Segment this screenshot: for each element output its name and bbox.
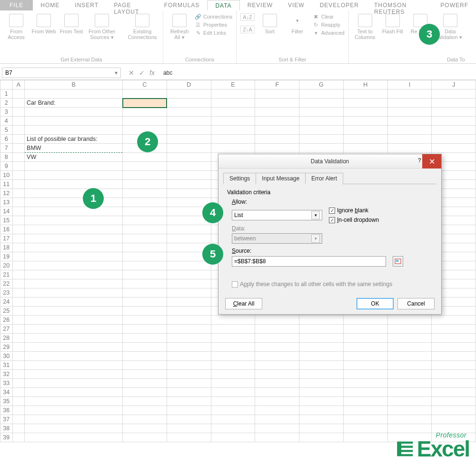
cell-D27[interactable] bbox=[167, 325, 211, 334]
tab-view[interactable]: VIEW bbox=[280, 0, 312, 10]
cell-F4[interactable] bbox=[255, 117, 299, 126]
cell-A17[interactable] bbox=[12, 234, 24, 243]
cell-A30[interactable] bbox=[12, 352, 24, 361]
cell-B26[interactable] bbox=[25, 316, 123, 325]
cell-G3[interactable] bbox=[299, 108, 344, 117]
row-39[interactable]: 39 bbox=[0, 433, 13, 442]
row-6[interactable]: 6 bbox=[0, 135, 13, 144]
cell-A21[interactable] bbox=[12, 270, 24, 279]
cell-D1[interactable] bbox=[167, 89, 211, 99]
cell-B1[interactable] bbox=[25, 89, 123, 99]
cell-B30[interactable] bbox=[25, 352, 123, 361]
row-22[interactable]: 22 bbox=[0, 279, 13, 288]
row-17[interactable]: 17 bbox=[0, 234, 13, 243]
cell-H36[interactable] bbox=[343, 406, 387, 415]
cell-I5[interactable] bbox=[387, 126, 432, 135]
cell-F31[interactable] bbox=[255, 361, 299, 370]
fx-icon[interactable]: fx bbox=[149, 69, 155, 77]
cell-I1[interactable] bbox=[387, 89, 432, 99]
cell-B20[interactable] bbox=[25, 261, 123, 270]
cell-J2[interactable] bbox=[432, 99, 476, 108]
cell-C34[interactable] bbox=[123, 388, 167, 397]
cell-A19[interactable] bbox=[12, 252, 24, 261]
cell-I28[interactable] bbox=[387, 334, 432, 343]
sort-asc-button[interactable]: A↓Z bbox=[240, 13, 255, 21]
cell-E38[interactable] bbox=[211, 424, 255, 433]
col-C[interactable]: C bbox=[123, 80, 167, 89]
cell-F7[interactable] bbox=[255, 144, 299, 153]
row-24[interactable]: 24 bbox=[0, 298, 13, 307]
cell-D23[interactable] bbox=[167, 288, 211, 298]
cell-A15[interactable] bbox=[12, 216, 24, 225]
cell-G30[interactable] bbox=[299, 352, 344, 361]
col-H[interactable]: H bbox=[343, 80, 387, 89]
row-15[interactable]: 15 bbox=[0, 216, 13, 225]
from-other-sources-button[interactable]: From Other Sources ▾ bbox=[87, 13, 117, 40]
cell-A1[interactable] bbox=[12, 89, 24, 99]
row-5[interactable]: 5 bbox=[0, 126, 13, 135]
tab-developer[interactable]: DEVELOPER bbox=[312, 0, 367, 10]
cell-B23[interactable] bbox=[25, 288, 123, 298]
cell-E34[interactable] bbox=[211, 388, 255, 397]
cell-H5[interactable] bbox=[343, 126, 387, 135]
cell-E30[interactable] bbox=[211, 352, 255, 361]
cell-D12[interactable] bbox=[167, 189, 211, 198]
cell-A32[interactable] bbox=[12, 370, 24, 379]
select-all-corner[interactable] bbox=[0, 80, 13, 89]
cell-B5[interactable] bbox=[25, 126, 123, 135]
cell-E3[interactable] bbox=[211, 108, 255, 117]
cell-J37[interactable] bbox=[432, 415, 476, 424]
cell-B28[interactable] bbox=[25, 334, 123, 343]
col-G[interactable]: G bbox=[299, 80, 344, 89]
cell-B31[interactable] bbox=[25, 361, 123, 370]
row-9[interactable]: 9 bbox=[0, 162, 13, 171]
cell-J32[interactable] bbox=[432, 370, 476, 379]
cell-B4[interactable] bbox=[25, 117, 123, 126]
cell-B19[interactable] bbox=[25, 252, 123, 261]
cell-G28[interactable] bbox=[299, 334, 344, 343]
cell-C24[interactable] bbox=[123, 298, 167, 307]
cell-H35[interactable] bbox=[343, 397, 387, 406]
incell-dropdown-checkbox[interactable]: ✓In-cell dropdown bbox=[329, 217, 379, 223]
row-36[interactable]: 36 bbox=[0, 406, 13, 415]
cell-E1[interactable] bbox=[211, 89, 255, 99]
from-access-button[interactable]: From Access bbox=[4, 13, 29, 40]
tab-error-alert[interactable]: Error Alert bbox=[305, 173, 343, 184]
cell-C10[interactable] bbox=[123, 171, 167, 180]
row-20[interactable]: 20 bbox=[0, 261, 13, 270]
cell-A34[interactable] bbox=[12, 388, 24, 397]
cell-I29[interactable] bbox=[387, 343, 432, 352]
cell-D7[interactable] bbox=[167, 144, 211, 153]
cell-C3[interactable] bbox=[123, 108, 167, 117]
cell-D8[interactable] bbox=[167, 153, 211, 162]
chevron-down-icon[interactable]: ▾ bbox=[115, 69, 118, 76]
advanced-filter-button[interactable]: ▾Advanced bbox=[313, 30, 345, 36]
cell-C35[interactable] bbox=[123, 397, 167, 406]
cell-E6[interactable] bbox=[211, 135, 255, 144]
existing-connections-button[interactable]: Existing Connections bbox=[126, 13, 159, 40]
sort-button[interactable]: Sort bbox=[258, 13, 282, 34]
cell-H1[interactable] bbox=[343, 89, 387, 99]
enter-icon[interactable]: ✓ bbox=[139, 69, 145, 77]
tab-file[interactable]: FILE bbox=[0, 0, 33, 10]
cell-I34[interactable] bbox=[387, 388, 432, 397]
cell-C19[interactable] bbox=[123, 252, 167, 261]
cell-G5[interactable] bbox=[299, 126, 344, 135]
cell-G27[interactable] bbox=[299, 325, 344, 334]
cell-D2[interactable] bbox=[167, 99, 211, 108]
tab-review[interactable]: REVIEW bbox=[240, 0, 280, 10]
cell-I3[interactable] bbox=[387, 108, 432, 117]
cell-A28[interactable] bbox=[12, 334, 24, 343]
cell-I7[interactable] bbox=[387, 144, 432, 153]
cell-H2[interactable] bbox=[343, 99, 387, 108]
cell-G36[interactable] bbox=[299, 406, 344, 415]
edit-links-button[interactable]: ✎Edit Links bbox=[195, 30, 232, 36]
cell-D10[interactable] bbox=[167, 171, 211, 180]
cell-B12[interactable] bbox=[25, 189, 123, 198]
cell-B29[interactable] bbox=[25, 343, 123, 352]
cell-B2[interactable]: Car Brand: bbox=[25, 99, 123, 108]
cancel-icon[interactable]: ✕ bbox=[129, 69, 134, 77]
cell-C36[interactable] bbox=[123, 406, 167, 415]
cell-C32[interactable] bbox=[123, 370, 167, 379]
cell-C37[interactable] bbox=[123, 415, 167, 424]
